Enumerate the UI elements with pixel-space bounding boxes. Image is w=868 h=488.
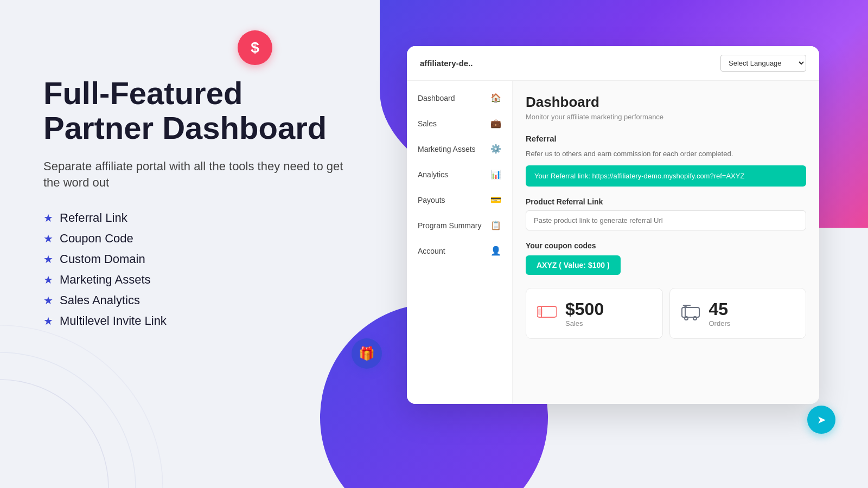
product-link-input[interactable] <box>526 210 806 230</box>
svg-rect-6 <box>682 307 699 317</box>
feature-list-item: ★Marketing Assets <box>43 273 358 287</box>
sidebar-item-icon: 📊 <box>490 169 501 179</box>
send-icon: ➤ <box>817 413 826 426</box>
gift-fab[interactable]: 🎁 <box>352 338 382 369</box>
dollar-fab[interactable]: $ <box>238 30 272 65</box>
sidebar-item-label: Payouts <box>418 196 445 204</box>
star-icon: ★ <box>43 273 53 286</box>
feature-label: Multilevel Invite Link <box>60 314 167 328</box>
feature-label: Coupon Code <box>60 232 133 246</box>
stat-value: $500 <box>565 299 604 319</box>
star-icon: ★ <box>43 232 53 245</box>
sidebar-item-account[interactable]: Account 👤 <box>407 238 512 264</box>
star-icon: ★ <box>43 211 53 224</box>
feature-label: Referral Link <box>60 211 127 225</box>
stat-card-orders: 45 Orders <box>669 288 807 339</box>
referral-description: Refer us to others and earn commission f… <box>526 150 806 158</box>
stat-info: $500 Sales <box>565 299 604 328</box>
feature-label: Sales Analytics <box>60 293 140 307</box>
stat-card-sales: $500 Sales <box>526 288 663 339</box>
stat-value: 45 <box>709 299 731 319</box>
stat-label: Sales <box>565 319 604 328</box>
coupon-section-title: Your coupon codes <box>526 241 806 250</box>
star-icon: ★ <box>43 253 53 266</box>
widget-header: affiliatery-de.. Select Language <box>407 46 819 81</box>
sidebar-item-dashboard[interactable]: Dashboard 🏠 <box>407 85 512 111</box>
referral-section-title: Referral <box>526 134 806 143</box>
sidebar-item-program-summary[interactable]: Program Summary 📋 <box>407 213 512 238</box>
svg-point-0 <box>0 380 108 488</box>
feature-list: ★Referral Link★Coupon Code★Custom Domain… <box>43 211 358 328</box>
star-icon: ★ <box>43 314 53 328</box>
page-subtitle: Monitor your affiliate marketing perform… <box>526 113 806 121</box>
gift-icon: 🎁 <box>359 346 375 361</box>
feature-label: Marketing Assets <box>60 273 151 287</box>
sidebar-item-marketing-assets[interactable]: Marketing Assets ⚙️ <box>407 136 512 162</box>
stats-row: $500 Sales 45 Orders <box>526 288 806 339</box>
background-arcs <box>0 325 217 488</box>
product-link-label: Product Referral Link <box>526 197 806 206</box>
stat-icon-sales <box>537 304 557 323</box>
svg-rect-5 <box>538 309 542 315</box>
sidebar-item-payouts[interactable]: Payouts 💳 <box>407 187 512 213</box>
page-title: Dashboard <box>526 94 806 111</box>
stat-info: 45 Orders <box>709 299 731 328</box>
sidebar-item-label: Account <box>418 247 445 255</box>
feature-label: Custom Domain <box>60 252 145 266</box>
send-fab[interactable]: ➤ <box>807 406 835 434</box>
main-title: Full-Featured Partner Dashboard <box>43 76 358 145</box>
sidebar-item-label: Sales <box>418 119 437 128</box>
sidebar: Dashboard 🏠 Sales 💼 Marketing Assets ⚙️ … <box>407 81 513 404</box>
coupon-badge[interactable]: AXYZ ( Value: $100 ) <box>526 255 621 275</box>
language-select[interactable]: Select Language <box>720 55 806 72</box>
sidebar-item-icon: 💳 <box>490 195 501 205</box>
stat-icon-orders <box>681 303 700 324</box>
sidebar-item-label: Marketing Assets <box>418 145 476 153</box>
sidebar-item-label: Analytics <box>418 170 448 179</box>
widget-brand: affiliatery-de.. <box>420 59 473 68</box>
sidebar-item-icon: 🏠 <box>490 93 501 103</box>
referral-link-box[interactable]: Your Referral link: https://affiliatery-… <box>526 165 806 187</box>
feature-list-item: ★Referral Link <box>43 211 358 225</box>
star-icon: ★ <box>43 294 53 307</box>
sidebar-item-icon: 💼 <box>490 118 501 129</box>
sidebar-item-label: Dashboard <box>418 94 455 102</box>
svg-point-8 <box>685 317 688 320</box>
main-content-area: Dashboard Monitor your affiliate marketi… <box>513 81 819 404</box>
feature-list-item: ★Custom Domain <box>43 252 358 266</box>
sidebar-item-label: Program Summary <box>418 221 481 230</box>
subtitle: Separate affiliate portal with all the t… <box>43 158 358 192</box>
feature-list-item: ★Sales Analytics <box>43 293 358 307</box>
svg-point-2 <box>0 325 163 488</box>
sidebar-item-icon: 📋 <box>490 220 501 230</box>
dashboard-widget: affiliatery-de.. Select Language Dashboa… <box>407 46 819 404</box>
svg-point-9 <box>693 317 697 320</box>
feature-list-item: ★Multilevel Invite Link <box>43 314 358 328</box>
stat-label: Orders <box>709 319 731 328</box>
sidebar-item-sales[interactable]: Sales 💼 <box>407 111 512 136</box>
sidebar-item-icon: ⚙️ <box>490 144 501 154</box>
sidebar-item-analytics[interactable]: Analytics 📊 <box>407 162 512 187</box>
widget-body: Dashboard 🏠 Sales 💼 Marketing Assets ⚙️ … <box>407 81 819 404</box>
left-section: Full-Featured Partner Dashboard Separate… <box>43 76 358 335</box>
feature-list-item: ★Coupon Code <box>43 232 358 246</box>
sidebar-item-icon: 👤 <box>490 246 501 256</box>
